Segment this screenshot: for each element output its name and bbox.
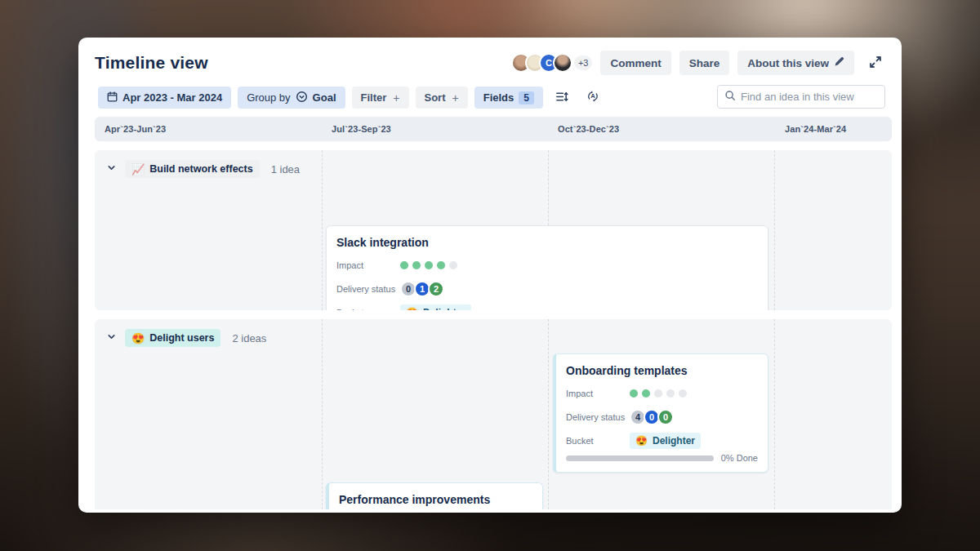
- bucket-badge: 😍 Delighter: [630, 433, 701, 449]
- goal-name: Build network effects: [149, 163, 252, 175]
- autofit-icon: A: [586, 89, 600, 106]
- view-header: Timeline view C +3 Comment Share About t…: [78, 38, 902, 80]
- date-range-button[interactable]: Apr 2023 - Mar 2024: [98, 87, 231, 109]
- impact-rating: [630, 389, 687, 398]
- impact-dot: [630, 389, 638, 398]
- idea-title: Slack integration: [336, 236, 758, 249]
- app-window: Timeline view C +3 Comment Share About t…: [78, 38, 902, 513]
- impact-dot: [437, 261, 445, 269]
- quarter-gridline: [548, 319, 549, 509]
- fullscreen-expand-button[interactable]: [866, 52, 885, 74]
- plus-icon: +: [452, 91, 459, 104]
- group-by-button[interactable]: Group by Goal: [238, 87, 345, 109]
- impact-field-row: Impact: [336, 258, 758, 273]
- goal-badge[interactable]: 😍 Delight users: [125, 329, 220, 347]
- filter-label: Filter: [361, 91, 387, 104]
- bucket-value: Delighter: [423, 307, 466, 310]
- idea-title: Onboarding templates: [566, 364, 758, 377]
- group-header-row: 😍 Delight users 2 ideas: [105, 329, 266, 347]
- impact-rating: [400, 261, 457, 269]
- impact-dot: [412, 261, 421, 269]
- bucket-value: Delighter: [653, 435, 695, 447]
- delivery-status-count: 0: [657, 409, 674, 425]
- quarter-gridline: [322, 319, 323, 509]
- field-label: Delivery status: [566, 412, 630, 422]
- row-height-icon: [555, 90, 568, 106]
- impact-dot: [449, 261, 457, 269]
- pencil-icon: [834, 56, 844, 69]
- view-toolbar: Apr 2023 - Mar 2024 Group by Goal Filter…: [78, 80, 902, 117]
- progress-bar: [566, 455, 714, 461]
- idea-count: 2 ideas: [232, 332, 266, 344]
- chart-increasing-emoji-icon: 📈: [131, 163, 145, 176]
- calendar-icon: [107, 91, 118, 104]
- delivery-status-field-row: Delivery status 0 1 2: [336, 282, 758, 296]
- sort-button[interactable]: Sort +: [416, 87, 468, 109]
- quarter-label: Jul`23-Sep`23: [332, 124, 391, 134]
- impact-dot: [642, 389, 650, 398]
- progress-label: 0% Done: [721, 453, 758, 463]
- group-section-build-network-effects: 📈 Build network effects 1 idea Slack int…: [95, 150, 892, 310]
- header-actions: C +3 Comment Share About this view: [511, 51, 885, 75]
- avatar-overflow-count[interactable]: +3: [574, 56, 593, 70]
- collapse-group-button[interactable]: [105, 330, 118, 346]
- idea-card-onboarding-templates[interactable]: Onboarding templates Impact Delivery sta…: [553, 353, 768, 473]
- about-this-view-button[interactable]: About this view: [737, 51, 854, 75]
- delivery-status-count: 2: [428, 281, 444, 297]
- quarter-gridline: [774, 150, 775, 310]
- field-label: Bucket: [336, 308, 400, 310]
- idea-card-performance-improvements[interactable]: Performance improvements: [326, 482, 543, 509]
- collapse-group-button[interactable]: [105, 161, 118, 177]
- field-label: Delivery status: [336, 284, 400, 294]
- expand-arrows-icon: [869, 56, 882, 71]
- idea-count: 1 idea: [271, 163, 300, 176]
- filter-button[interactable]: Filter +: [352, 87, 409, 109]
- page-title: Timeline view: [95, 53, 208, 73]
- avatar-stack[interactable]: C +3: [511, 53, 593, 73]
- date-range-label: Apr 2023 - Mar 2024: [122, 91, 222, 104]
- svg-text:A: A: [590, 92, 595, 100]
- bucket-field-row: Bucket 😍 Delighter: [566, 433, 758, 448]
- impact-field-row: Impact: [566, 386, 758, 401]
- search-box[interactable]: [717, 85, 885, 109]
- idea-card-slack-integration[interactable]: Slack integration Impact Delivery status…: [326, 225, 768, 310]
- search-input[interactable]: [741, 91, 884, 103]
- chevron-down-icon: [106, 331, 117, 344]
- about-button-label: About this view: [747, 57, 829, 69]
- impact-dot: [666, 389, 675, 398]
- quarter-label: Apr`23-Jun`23: [105, 124, 166, 134]
- progress-row: 0% Done: [566, 453, 758, 463]
- field-label: Bucket: [566, 436, 630, 446]
- comment-button[interactable]: Comment: [600, 51, 670, 75]
- field-label: Impact: [336, 260, 400, 270]
- sort-label: Sort: [425, 91, 446, 104]
- fields-button[interactable]: Fields 5: [474, 87, 543, 109]
- heart-eyes-emoji-icon: 😍: [131, 332, 145, 344]
- row-height-button[interactable]: [550, 87, 574, 109]
- quarter-gridline: [322, 150, 323, 310]
- bucket-badge: 😍 Delighter: [400, 304, 471, 310]
- delivery-status-field-row: Delivery status 4 0 0: [566, 410, 758, 424]
- heart-eyes-emoji-icon: 😍: [635, 435, 648, 447]
- goal-icon: [296, 91, 308, 105]
- group-by-value: Goal: [313, 91, 336, 104]
- plus-icon: +: [393, 91, 399, 104]
- timeline-quarter-header: Apr`23-Jun`23 Jul`23-Sep`23 Oct`23-Dec`2…: [95, 117, 892, 141]
- avatar[interactable]: [553, 53, 572, 73]
- idea-title: Performance improvements: [339, 493, 532, 506]
- impact-dot: [654, 389, 662, 398]
- autofit-button[interactable]: A: [581, 87, 605, 109]
- group-section-delight-users: 😍 Delight users 2 ideas Onboarding templ…: [95, 319, 892, 509]
- bucket-field-row: Bucket 😍 Delighter: [336, 305, 758, 310]
- timeline-area: Apr`23-Jun`23 Jul`23-Sep`23 Oct`23-Dec`2…: [95, 117, 892, 509]
- goal-name: Delight users: [149, 332, 214, 344]
- share-button[interactable]: Share: [679, 51, 730, 75]
- impact-dot: [400, 261, 408, 269]
- comment-button-label: Comment: [610, 57, 661, 69]
- group-header-row: 📈 Build network effects 1 idea: [105, 160, 300, 178]
- goal-badge[interactable]: 📈 Build network effects: [125, 160, 260, 178]
- impact-dot: [679, 389, 687, 398]
- fields-label: Fields: [483, 91, 514, 104]
- share-button-label: Share: [689, 57, 720, 69]
- delivery-status-pills: 0 1 2: [400, 281, 444, 297]
